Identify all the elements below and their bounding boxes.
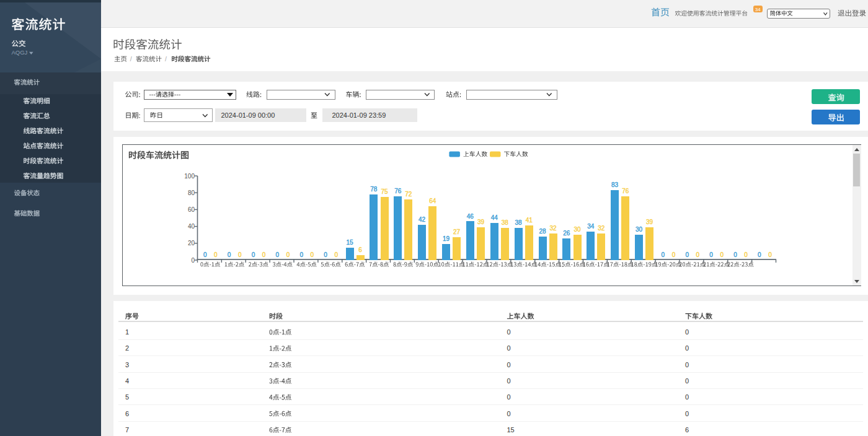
svg-text:0: 0 [733, 251, 737, 258]
svg-text:0: 0 [709, 251, 713, 258]
svg-text:42: 42 [418, 216, 426, 223]
svg-text:0: 0 [507, 361, 511, 368]
svg-text:/: / [165, 55, 167, 63]
svg-text:15: 15 [507, 426, 515, 434]
svg-text:75: 75 [381, 188, 388, 195]
svg-text:0: 0 [191, 257, 195, 264]
svg-text:4: 4 [125, 377, 129, 385]
svg-text:0: 0 [685, 251, 689, 258]
svg-text:0: 0 [286, 251, 290, 258]
svg-text:76: 76 [622, 188, 629, 194]
svg-text:2: 2 [125, 344, 129, 352]
svg-text:0: 0 [262, 251, 266, 258]
svg-text:83: 83 [611, 181, 619, 188]
svg-text:0: 0 [507, 344, 511, 352]
svg-text:0: 0 [685, 361, 689, 368]
svg-text:AQGJ: AQGJ [12, 49, 28, 56]
svg-text:0: 0 [768, 251, 772, 258]
svg-text:32: 32 [550, 225, 557, 232]
svg-text:1: 1 [125, 328, 129, 336]
svg-text:0: 0 [276, 251, 280, 258]
svg-text:0: 0 [672, 251, 676, 258]
svg-text:32: 32 [598, 225, 605, 232]
svg-text:60: 60 [188, 206, 195, 213]
svg-text:0: 0 [311, 251, 314, 258]
svg-text:6: 6 [358, 246, 362, 253]
svg-text:/: / [130, 55, 132, 63]
svg-text:0: 0 [334, 251, 338, 258]
svg-text:30: 30 [574, 226, 581, 233]
svg-text:80: 80 [188, 190, 195, 196]
svg-text:0: 0 [203, 251, 207, 258]
svg-text:64: 64 [429, 198, 436, 204]
svg-text:0: 0 [662, 251, 665, 258]
svg-text:0: 0 [228, 251, 231, 258]
svg-text:20: 20 [188, 240, 195, 246]
svg-text:30: 30 [636, 226, 643, 233]
svg-text:0: 0 [685, 410, 689, 417]
svg-text:41: 41 [526, 217, 533, 224]
svg-text:3: 3 [125, 361, 129, 368]
svg-text:0: 0 [252, 251, 255, 258]
svg-text:40: 40 [188, 223, 195, 230]
svg-text:0: 0 [507, 377, 511, 385]
svg-text:72: 72 [405, 191, 412, 198]
svg-text:15: 15 [346, 239, 353, 246]
svg-text:6: 6 [125, 410, 129, 417]
svg-text:0: 0 [685, 377, 689, 385]
svg-text:38: 38 [502, 219, 509, 226]
svg-text:0: 0 [720, 251, 724, 258]
svg-text:26: 26 [563, 230, 570, 237]
svg-text:7: 7 [125, 426, 129, 434]
svg-text:0: 0 [685, 328, 689, 336]
svg-text:5: 5 [125, 393, 129, 401]
svg-text:39: 39 [646, 219, 653, 225]
svg-text:0: 0 [685, 393, 689, 401]
svg-text:0: 0 [299, 251, 303, 258]
svg-text:38: 38 [515, 219, 523, 226]
svg-text:0: 0 [324, 251, 327, 258]
svg-text:0: 0 [507, 393, 511, 401]
svg-text:100: 100 [184, 173, 195, 180]
svg-text:34: 34 [587, 223, 595, 230]
svg-text:34: 34 [755, 7, 761, 12]
svg-text:78: 78 [370, 186, 378, 193]
svg-text:6: 6 [685, 426, 689, 434]
svg-text:0: 0 [238, 251, 242, 258]
svg-text:2024-01-09 23:59: 2024-01-09 23:59 [332, 111, 386, 119]
svg-text:44: 44 [491, 214, 498, 221]
svg-text:46: 46 [467, 213, 474, 220]
svg-text:0: 0 [507, 410, 511, 417]
svg-text:28: 28 [539, 228, 546, 235]
svg-text:0: 0 [507, 328, 511, 336]
svg-text:27: 27 [453, 229, 461, 235]
svg-text:0: 0 [744, 251, 748, 258]
svg-text:0: 0 [758, 251, 761, 258]
svg-text:19: 19 [443, 235, 450, 242]
svg-text:0: 0 [685, 344, 689, 352]
svg-text:0: 0 [214, 251, 218, 258]
svg-text:39: 39 [477, 219, 485, 225]
svg-text:0: 0 [696, 251, 700, 258]
svg-text:76: 76 [394, 188, 402, 194]
svg-text:2024-01-09 00:00: 2024-01-09 00:00 [221, 111, 275, 119]
